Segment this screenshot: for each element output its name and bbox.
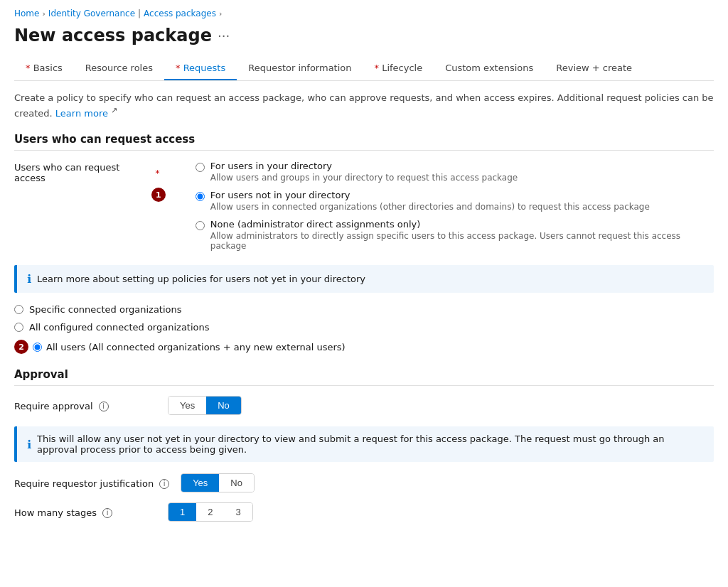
- info-banner-2: ℹ This will allow any user not yet in yo…: [14, 426, 714, 462]
- stage-3-button[interactable]: 3: [224, 503, 252, 521]
- breadcrumb-identity-governance[interactable]: Identity Governance: [48, 9, 135, 18]
- require-justification-yes[interactable]: Yes: [181, 474, 219, 492]
- stage-2-button[interactable]: 2: [196, 503, 224, 521]
- radio-in-directory-desc: Allow users and groups in your directory…: [210, 173, 518, 183]
- page-title-more[interactable]: ···: [218, 28, 230, 43]
- radio-none-label[interactable]: None (administrator direct assignments o…: [210, 219, 714, 230]
- org-radio-all-users-label[interactable]: All users (All connected organizations +…: [46, 342, 346, 352]
- users-request-label: Users who can request access *: [14, 161, 160, 183]
- tab-custom-extensions[interactable]: Custom extensions: [434, 57, 545, 80]
- breadcrumb-access-packages[interactable]: Access packages: [144, 9, 216, 18]
- org-radio-specific-input[interactable]: [14, 305, 23, 314]
- require-approval-no[interactable]: No: [206, 397, 241, 414]
- require-justification-toggle: Yes No: [181, 473, 255, 492]
- radio-not-in-directory-label[interactable]: For users not in your directory: [210, 190, 650, 200]
- stages-toggle: 1 2 3: [168, 502, 253, 522]
- section-title-users: Users who can request access: [14, 133, 714, 151]
- info-banner-1: ℹ Learn more about setting up policies f…: [14, 265, 714, 293]
- radio-in-directory-input[interactable]: [196, 163, 205, 172]
- tab-lifecycle[interactable]: Lifecycle: [363, 57, 434, 80]
- step-badge-1: 1: [151, 188, 166, 202]
- description: Create a policy to specify who can reque…: [14, 91, 714, 120]
- org-radio-specific: Specific connected organizations: [14, 304, 714, 315]
- org-radio-specific-label[interactable]: Specific connected organizations: [29, 304, 182, 315]
- radio-not-in-directory-input[interactable]: [196, 192, 205, 201]
- info-icon-1: ℹ: [27, 272, 31, 286]
- require-justification-info-icon[interactable]: i: [159, 479, 169, 489]
- tab-requests[interactable]: Requests: [164, 57, 237, 80]
- require-approval-toggle: Yes No: [168, 396, 242, 415]
- how-many-stages-label: How many stages i: [14, 506, 156, 518]
- stage-1-button[interactable]: 1: [168, 503, 196, 521]
- org-radio-all-users-input[interactable]: [33, 343, 42, 352]
- tabs: Basics Resource roles Requests Requestor…: [14, 57, 714, 81]
- radio-none-desc: Allow administrators to directly assign …: [210, 231, 714, 251]
- tab-requestor-information[interactable]: Requestor information: [237, 57, 363, 80]
- require-justification-no[interactable]: No: [219, 474, 254, 492]
- require-approval-info-icon[interactable]: i: [99, 402, 109, 411]
- radio-in-directory: For users in your directory Allow users …: [196, 161, 714, 183]
- org-radio-all-users-row: 2 All users (All connected organizations…: [14, 340, 714, 354]
- radio-none: None (administrator direct assignments o…: [196, 219, 714, 251]
- require-approval-yes[interactable]: Yes: [168, 397, 206, 414]
- require-approval-label: Require approval i: [14, 399, 156, 411]
- radio-none-input[interactable]: [196, 221, 205, 230]
- org-radio-group: Specific connected organizations All con…: [14, 304, 714, 354]
- how-many-stages-info-icon[interactable]: i: [102, 508, 112, 518]
- step-badge-2: 2: [14, 340, 28, 354]
- require-justification-label: Require requestor justification i: [14, 477, 169, 489]
- tab-basics[interactable]: Basics: [14, 57, 74, 80]
- radio-not-in-directory: For users not in your directory Allow us…: [196, 190, 714, 212]
- org-radio-all-configured: All configured connected organizations: [14, 322, 714, 333]
- section-title-approval: Approval: [14, 368, 714, 386]
- tab-resource-roles[interactable]: Resource roles: [74, 57, 164, 80]
- tab-review-create[interactable]: Review + create: [545, 57, 643, 80]
- learn-more-link[interactable]: Learn more: [55, 108, 108, 119]
- radio-in-directory-label[interactable]: For users in your directory: [210, 161, 518, 171]
- page-title: New access package: [14, 26, 212, 45]
- users-request-radio-group: For users in your directory Allow users …: [196, 161, 714, 251]
- org-radio-all-configured-input[interactable]: [14, 323, 23, 332]
- info-icon-2: ℹ: [27, 438, 31, 451]
- radio-not-in-directory-desc: Allow users in connected organizations (…: [210, 202, 650, 212]
- breadcrumb: Home › Identity Governance | Access pack…: [14, 9, 714, 18]
- org-radio-all-configured-label[interactable]: All configured connected organizations: [29, 322, 210, 333]
- breadcrumb-home[interactable]: Home: [14, 9, 39, 18]
